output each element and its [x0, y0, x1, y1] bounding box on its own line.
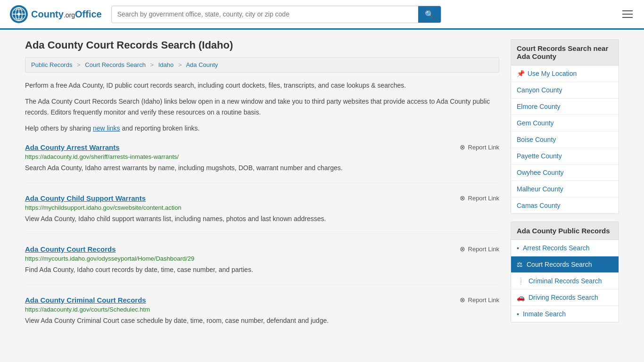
description-3: Help others by sharing new links and rep… [25, 123, 499, 133]
list-item: Malheur County [511, 181, 619, 197]
result-url: https://mychildsupport.idaho.gov/cswebsi… [25, 204, 499, 211]
results-list: Ada County Arrest Warrants ⊗ Report Link… [25, 143, 499, 335]
report-link[interactable]: ⊗ Report Link [460, 143, 499, 151]
list-item: Owyhee County [511, 165, 619, 181]
county-link[interactable]: Canyon County [511, 82, 619, 98]
result-title[interactable]: Ada County Arrest Warrants [25, 143, 120, 151]
county-link[interactable]: Elmore County [511, 99, 619, 115]
report-icon: ⊗ [460, 194, 465, 202]
logo-link[interactable]: County.orgOffice [9, 5, 102, 24]
arrest-records-link[interactable]: ▪ Arrest Records Search [511, 240, 619, 256]
public-records-title: Ada County Public Records [511, 222, 619, 240]
result-item: Ada County Child Support Warrants ⊗ Repo… [25, 194, 499, 234]
list-item: 🚗 Driving Records Search [511, 289, 619, 306]
county-link[interactable]: Gem County [511, 115, 619, 131]
breadcrumb: Public Records > Court Records Search > … [25, 57, 499, 73]
report-link[interactable]: ⊗ Report Link [460, 296, 499, 304]
public-records-section: Ada County Public Records ▪ Arrest Recor… [511, 222, 619, 322]
list-item: ▪ Inmate Search [511, 306, 619, 322]
result-item: Ada County Arrest Warrants ⊗ Report Link… [25, 143, 499, 183]
use-my-location[interactable]: 📌 Use My Location [511, 66, 619, 82]
criminal-records-link[interactable]: ❕ Criminal Records Search [511, 273, 619, 289]
menu-icon[interactable] [620, 8, 635, 20]
inmate-search-link[interactable]: ▪ Inmate Search [511, 306, 619, 322]
arrest-records-label: Arrest Records Search [523, 244, 590, 252]
list-item: Boise County [511, 132, 619, 148]
content-area: Ada County Court Records Search (Idaho) … [25, 39, 499, 346]
list-item: ⚖ Court Records Search [511, 256, 619, 273]
location-pin-icon: 📌 [517, 70, 525, 77]
driving-records-label: Driving Records Search [528, 294, 598, 301]
list-item: Payette County [511, 148, 619, 165]
logo-suffix: .org [64, 11, 75, 19]
result-desc: View Ada County Criminal Court case sche… [25, 316, 499, 326]
county-link[interactable]: Malheur County [511, 181, 619, 197]
breadcrumb-public-records[interactable]: Public Records [31, 61, 72, 68]
page-title: Ada County Court Records Search (Idaho) [25, 39, 499, 51]
logo-text: County.orgOffice [31, 9, 102, 20]
result-desc: View Ada County, Idaho child support war… [25, 214, 499, 224]
result-item: Ada County Criminal Court Records ⊗ Repo… [25, 296, 499, 335]
county-link[interactable]: Payette County [511, 148, 619, 164]
result-url: https://mycourts.idaho.gov/odysseyportal… [25, 255, 499, 262]
breadcrumb-idaho[interactable]: Idaho [158, 61, 174, 68]
inmate-search-label: Inmate Search [523, 310, 566, 318]
result-title[interactable]: Ada County Child Support Warrants [25, 194, 146, 202]
sidebar: Court Records Search near Ada County 📌 U… [511, 39, 619, 346]
breadcrumb-court-records-search[interactable]: Court Records Search [85, 61, 146, 68]
result-url: https://adacounty.id.gov/courts/Schedule… [25, 306, 499, 313]
result-title[interactable]: Ada County Court Records [25, 245, 116, 253]
description-2: The Ada County Court Records Search (Ida… [25, 96, 499, 117]
arrest-icon: ▪ [517, 244, 519, 252]
report-icon: ⊗ [460, 296, 465, 304]
search-button[interactable]: 🔍 [418, 6, 441, 23]
result-desc: Find Ada County, Idaho court records by … [25, 265, 499, 275]
list-item: ▪ Arrest Records Search [511, 240, 619, 256]
description-1: Perform a free Ada County, ID public cou… [25, 80, 499, 90]
search-bar: 🔍 [111, 6, 441, 23]
court-records-link[interactable]: ⚖ Court Records Search [511, 256, 619, 272]
list-item: Camas County [511, 197, 619, 214]
inmate-icon: ▪ [517, 310, 519, 318]
logo-icon [9, 5, 28, 24]
use-location-label: Use My Location [528, 70, 577, 77]
county-link[interactable]: Owyhee County [511, 165, 619, 181]
breadcrumb-ada-county[interactable]: Ada County [186, 61, 218, 68]
list-item: Canyon County [511, 82, 619, 99]
list-item: Gem County [511, 115, 619, 132]
county-link[interactable]: Camas County [511, 197, 619, 214]
nearby-counties-list: Canyon County Elmore County Gem County B… [511, 82, 619, 214]
report-icon: ⊗ [460, 245, 465, 253]
result-item: Ada County Court Records ⊗ Report Link h… [25, 245, 499, 285]
result-desc: Search Ada County, Idaho arrest warrants… [25, 163, 499, 173]
list-item: Elmore County [511, 99, 619, 115]
criminal-records-label: Criminal Records Search [528, 277, 602, 285]
driving-icon: 🚗 [517, 294, 525, 301]
court-records-label: Court Records Search [527, 261, 592, 268]
main-container: Ada County Court Records Search (Idaho) … [16, 30, 628, 356]
driving-records-link[interactable]: 🚗 Driving Records Search [511, 289, 619, 305]
public-records-list: ▪ Arrest Records Search ⚖ Court Records … [511, 240, 619, 322]
court-icon: ⚖ [517, 261, 523, 268]
list-item: ❕ Criminal Records Search [511, 273, 619, 289]
new-links[interactable]: new links [93, 124, 120, 132]
result-url: https://adacounty.id.gov/sheriff/arrests… [25, 153, 499, 160]
svg-point-5 [17, 13, 20, 16]
nearby-title: Court Records Search near Ada County [511, 40, 619, 66]
report-link[interactable]: ⊗ Report Link [460, 194, 499, 202]
result-title[interactable]: Ada County Criminal Court Records [25, 296, 146, 304]
search-input[interactable] [112, 7, 418, 22]
criminal-icon: ❕ [517, 277, 525, 285]
header: County.orgOffice 🔍 [0, 0, 644, 30]
report-link[interactable]: ⊗ Report Link [460, 245, 499, 253]
report-icon: ⊗ [460, 143, 465, 151]
nearby-section: Court Records Search near Ada County 📌 U… [511, 39, 619, 214]
county-link[interactable]: Boise County [511, 132, 619, 148]
